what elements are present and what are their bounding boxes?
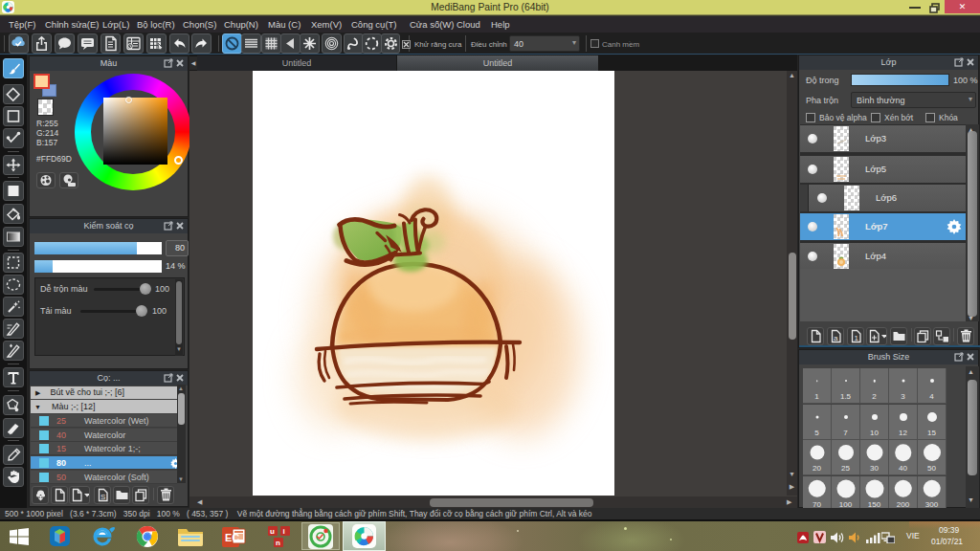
- svg-text:EC: EC: [225, 532, 239, 543]
- svg-text:a: a: [834, 334, 838, 342]
- svg-text:i: i: [283, 527, 285, 536]
- svg-text:1: 1: [854, 334, 858, 342]
- svg-text:S: S: [100, 493, 105, 501]
- svg-text:n: n: [276, 539, 280, 547]
- svg-text:u: u: [270, 527, 275, 536]
